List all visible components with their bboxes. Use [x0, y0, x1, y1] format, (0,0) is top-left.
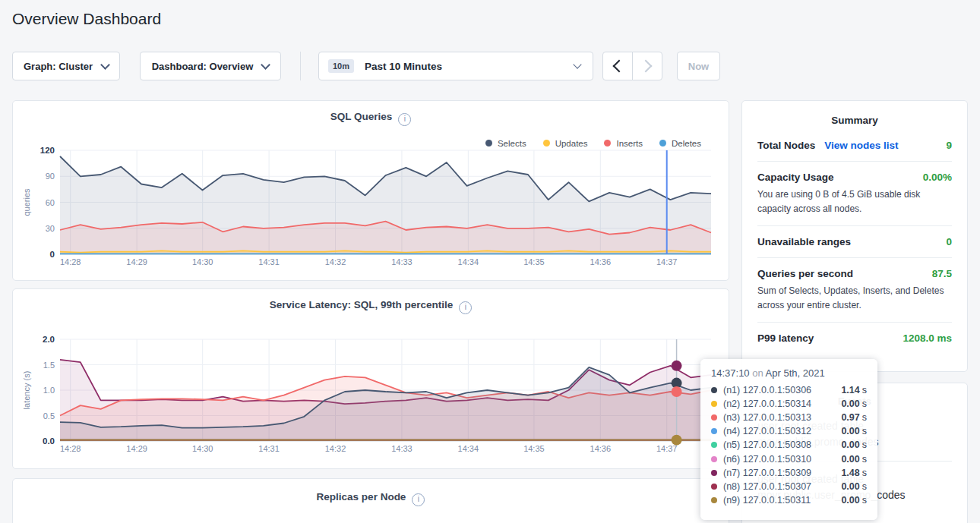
- svg-text:14:35: 14:35: [523, 257, 545, 266]
- summary-title: Summary: [742, 101, 967, 130]
- node-color-dot-icon: [711, 497, 717, 503]
- service-latency-panel: Service Latency: SQL, 99th percentile 14…: [12, 288, 729, 469]
- chevron-down-icon: [100, 60, 110, 70]
- svg-text:14:36: 14:36: [590, 444, 612, 453]
- graph-dropdown-label: Graph: Cluster: [24, 61, 93, 72]
- node-color-dot-icon: [711, 387, 717, 393]
- tooltip-node-row: (n2) 127.0.0.1:503140.00s: [711, 397, 867, 411]
- p99-latency-label: P99 latency: [757, 332, 814, 344]
- chevron-right-icon: [640, 60, 653, 73]
- tooltip-node-value: 0.00s: [841, 440, 867, 450]
- svg-text:queries: queries: [22, 188, 31, 216]
- svg-text:14:28: 14:28: [60, 257, 81, 266]
- tooltip-node-row: (n5) 127.0.0.1:503080.00s: [711, 438, 867, 452]
- summary-row-total-nodes: Total Nodes View nodes list 9: [757, 130, 952, 161]
- hover-point-dot: [672, 435, 682, 446]
- info-icon[interactable]: [398, 113, 411, 126]
- tooltip-node-address: (n1) 127.0.0.1:50306: [723, 385, 811, 395]
- svg-text:90: 90: [46, 172, 55, 181]
- hover-point-dot: [672, 386, 682, 397]
- tooltip-node-unit: s: [862, 481, 867, 492]
- tooltip-timestamp: 14:37:10 on Apr 5th, 2021: [711, 367, 867, 379]
- summary-row-unavailable: Unavailable ranges 0: [757, 225, 952, 257]
- page-title: Overview Dashboard: [12, 10, 161, 28]
- view-nodes-list-link[interactable]: View nodes list: [824, 140, 898, 151]
- tooltip-node-row: (n4) 127.0.0.1:503120.00s: [711, 424, 867, 438]
- node-color-dot-icon: [711, 484, 717, 490]
- time-range-label: Past 10 Minutes: [365, 61, 442, 72]
- svg-text:14:34: 14:34: [458, 257, 479, 266]
- svg-text:14:31: 14:31: [258, 257, 280, 266]
- unavailable-ranges-label: Unavailable ranges: [757, 236, 851, 247]
- tooltip-node-address: (n5) 127.0.0.1:50308: [723, 440, 811, 450]
- capacity-desc: You are using 0 B of 4.5 GiB usable disk…: [757, 187, 952, 216]
- svg-text:14:32: 14:32: [325, 444, 346, 453]
- svg-text:14:37: 14:37: [656, 257, 678, 266]
- tooltip-time: 14:37:10: [711, 367, 750, 379]
- replicas-per-node-panel: Replicas per Node: [12, 478, 729, 523]
- tooltip-node-value: 1.48s: [841, 468, 867, 478]
- tooltip-node-address: (n7) 127.0.0.1:50309: [723, 468, 811, 478]
- dashboard-dropdown[interactable]: Dashboard: Overview: [140, 52, 281, 80]
- svg-text:0: 0: [50, 250, 55, 259]
- svg-text:14:34: 14:34: [458, 444, 479, 453]
- chevron-left-icon: [613, 60, 626, 73]
- svg-text:14:33: 14:33: [391, 444, 413, 453]
- tooltip-node-unit: s: [862, 426, 867, 436]
- p99-latency-value: 1208.0 ms: [903, 332, 952, 344]
- node-color-dot-icon: [711, 401, 717, 407]
- tooltip-node-row: (n1) 127.0.0.1:503061.14s: [711, 383, 867, 397]
- svg-text:14:30: 14:30: [192, 257, 213, 266]
- svg-text:14:36: 14:36: [590, 257, 612, 266]
- tooltip-node-address: (n4) 127.0.0.1:50312: [723, 426, 811, 436]
- graph-dropdown[interactable]: Graph: Cluster: [12, 52, 120, 80]
- tooltip-node-unit: s: [862, 468, 867, 478]
- chart-hover-tooltip: 14:37:10 on Apr 5th, 2021 (n1) 127.0.0.1…: [700, 359, 877, 520]
- time-range-dropdown[interactable]: 10m Past 10 Minutes: [318, 52, 593, 80]
- chevron-down-icon: [261, 60, 270, 70]
- tooltip-node-value: 0.00s: [841, 399, 867, 409]
- qps-desc: Sum of Selects, Updates, Inserts, and De…: [757, 284, 952, 312]
- svg-text:14:33: 14:33: [391, 257, 413, 266]
- tooltip-node-row: (n3) 127.0.0.1:503130.97s: [711, 411, 867, 424]
- tooltip-node-row: (n8) 127.0.0.1:503070.00s: [711, 480, 867, 493]
- node-color-dot-icon: [711, 428, 717, 434]
- svg-text:30: 30: [46, 224, 55, 233]
- sql-queries-chart[interactable]: 14:2814:2914:3014:3114:3214:3314:3414:35…: [19, 139, 724, 273]
- tooltip-node-unit: s: [862, 399, 867, 409]
- chart-title: Replicas per Node: [13, 491, 729, 506]
- svg-text:14:30: 14:30: [192, 444, 213, 453]
- qps-label: Queries per second: [757, 268, 853, 279]
- capacity-label: Capacity Usage: [757, 172, 834, 183]
- node-color-dot-icon: [711, 414, 717, 421]
- summary-row-capacity: Capacity Usage 0.00% You are using 0 B o…: [757, 161, 952, 225]
- service-latency-chart[interactable]: 14:2814:2914:3014:3114:3214:3314:3414:35…: [19, 327, 724, 461]
- tooltip-node-address: (n8) 127.0.0.1:50307: [723, 481, 811, 492]
- tooltip-node-value: 0.00s: [841, 454, 867, 465]
- svg-text:14:32: 14:32: [325, 257, 346, 266]
- tooltip-node-address: (n6) 127.0.0.1:50310: [723, 454, 811, 465]
- svg-text:120: 120: [40, 146, 55, 155]
- node-color-dot-icon: [711, 442, 717, 448]
- tooltip-connector: on: [752, 367, 763, 379]
- chart-title: Service Latency: SQL, 99th percentile: [13, 299, 729, 314]
- total-nodes-value: 9: [946, 140, 952, 151]
- summary-row-qps: Queries per second 87.5 Sum of Selects, …: [757, 257, 952, 322]
- info-icon[interactable]: [459, 301, 472, 314]
- time-prev-button[interactable]: [602, 52, 633, 80]
- tooltip-node-value: 0.00s: [841, 426, 867, 436]
- node-color-dot-icon: [711, 456, 717, 462]
- svg-text:2.0: 2.0: [43, 335, 55, 344]
- tooltip-node-row: (n7) 127.0.0.1:503091.48s: [711, 466, 867, 480]
- time-now-button[interactable]: Now: [677, 52, 720, 80]
- chart-title: SQL Queries: [13, 111, 729, 126]
- service-latency-title: Service Latency: SQL, 99th percentile: [270, 299, 454, 310]
- sql-queries-title: SQL Queries: [330, 111, 393, 122]
- svg-text:14:29: 14:29: [126, 444, 147, 453]
- time-next-button[interactable]: [632, 52, 662, 80]
- time-range-badge: 10m: [328, 59, 354, 73]
- info-icon[interactable]: [412, 493, 425, 506]
- svg-text:60: 60: [46, 198, 55, 207]
- svg-text:1.5: 1.5: [43, 361, 55, 370]
- unavailable-ranges-value: 0: [946, 236, 952, 247]
